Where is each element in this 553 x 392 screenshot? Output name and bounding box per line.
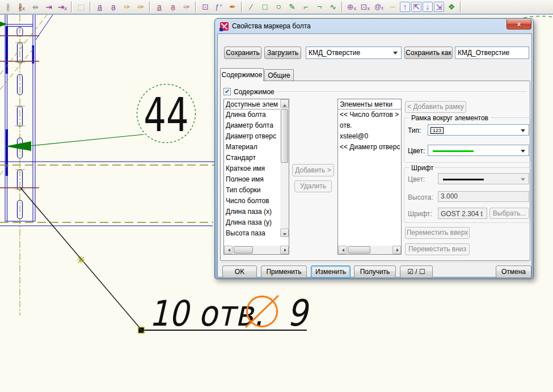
send-down-icon[interactable]: ↓ xyxy=(423,2,433,12)
list-item[interactable]: Длина паза (x) xyxy=(224,206,280,217)
tab-content[interactable]: Содержимое xyxy=(220,68,264,81)
mark-add-delete-icon[interactable]: ⇥ₓ xyxy=(56,1,69,12)
dialog-titlebar[interactable]: Свойства маркера болта x xyxy=(215,19,533,33)
send-corner-back-icon[interactable]: ⇱ xyxy=(411,2,421,12)
frame-type-preview: 123 xyxy=(430,127,444,134)
get-button[interactable]: Получить xyxy=(354,265,396,278)
font-color-label: Цвет: xyxy=(408,175,425,183)
draw-freehand-icon[interactable]: ✎ xyxy=(286,1,298,12)
mark-dim-icon[interactable]: ∦ xyxy=(2,1,14,12)
available-elements-list[interactable]: Доступные элем Длина болтаДиаметр болтаД… xyxy=(223,99,289,255)
annotation-end-handle[interactable] xyxy=(138,327,144,333)
list-item[interactable]: Диаметр болта xyxy=(224,120,280,131)
font-group-title: Шрифт xyxy=(410,164,435,172)
load-button[interactable]: Загрузить xyxy=(264,47,301,59)
toolbar-separator[interactable] xyxy=(460,1,462,12)
modify-button[interactable]: Изменить xyxy=(311,265,351,278)
text-note-line-icon[interactable]: a̲ xyxy=(94,1,106,12)
frame-color-combobox[interactable] xyxy=(428,145,529,156)
save-as-input[interactable]: КМД_Отверстие xyxy=(455,47,529,59)
send-corner-front-icon[interactable]: ⇲ xyxy=(434,2,444,12)
move-up-button[interactable]: Переместить вверх xyxy=(405,227,470,239)
toggle-all-button[interactable]: ☑ / ☐ xyxy=(400,265,433,278)
frame-type-combobox[interactable]: 123 xyxy=(428,124,529,136)
toolbar-separator[interactable] xyxy=(195,1,197,12)
main-toolbar: ∦ ∦ₓ ⇻ ⇥ ⇥ₓ ⬚ a̲ a̤ ✑ ✑ a̲ a̤ ✑ ⊡ ƒ⁺ ✒ ∕ xyxy=(0,0,553,15)
list-item[interactable]: Диаметр отверс xyxy=(224,131,280,142)
toolbar-separator[interactable] xyxy=(90,1,91,12)
annotation-midpoint-handle[interactable] xyxy=(78,256,85,263)
draw-circle-icon[interactable]: ○ xyxy=(272,1,285,12)
list-item[interactable]: Длина болта xyxy=(224,109,280,120)
add-element-button[interactable]: Добавить > xyxy=(292,164,334,176)
list-item[interactable]: Краткое имя xyxy=(224,163,280,174)
update-marks-icon[interactable]: ❖ xyxy=(445,1,458,12)
frame-group-title: Рамка вокруг элементов xyxy=(410,114,490,122)
draw-cloud-icon[interactable]: ∿ xyxy=(327,1,339,12)
list-item[interactable]: отв. xyxy=(338,120,401,131)
list-item[interactable]: Материал xyxy=(224,142,280,153)
mark-dim-delete-icon[interactable]: ∦ₓ xyxy=(15,1,28,12)
tekla-app-icon xyxy=(220,22,229,31)
list-item[interactable]: Длина паза (y) xyxy=(224,217,280,228)
cancel-button[interactable]: Отмена xyxy=(496,265,531,278)
font-height-input[interactable]: 3.000 xyxy=(438,191,529,202)
content-checkbox-label: Содержимое xyxy=(234,88,275,96)
mark-elements-list[interactable]: Элементы метки << Число болтов >отв.xste… xyxy=(337,99,402,255)
profile-combobox[interactable]: КМД_Отверстие xyxy=(306,47,402,59)
balloon-leader-line xyxy=(31,134,143,146)
mark-list-header: Элементы метки xyxy=(338,99,401,109)
draw-line-icon[interactable]: ∕ xyxy=(245,1,257,12)
list-item[interactable]: Стандарт xyxy=(224,153,280,163)
polyline-nodes-icon[interactable]: ∙–∙ xyxy=(386,1,399,12)
font-name-input[interactable]: GOST 2.304 t xyxy=(438,208,487,219)
available-list-hscrollbar[interactable] xyxy=(224,246,289,254)
text-note-dotted-red-icon[interactable]: a̤ xyxy=(167,1,179,12)
close-button[interactable]: x xyxy=(506,19,531,29)
draw-polygon-icon[interactable]: ⌐ xyxy=(299,1,312,12)
mark-dim-arrow-icon[interactable]: ⇻ xyxy=(29,1,41,12)
frame-color-label: Цвет: xyxy=(408,147,425,155)
mark-add-icon[interactable]: ⇥ xyxy=(43,1,55,12)
toolbar-separator[interactable] xyxy=(241,1,243,12)
list-item[interactable]: << Число болтов > xyxy=(338,109,401,120)
draw-polyline-icon[interactable]: ¬ xyxy=(313,1,326,12)
send-up-icon[interactable]: ↑ xyxy=(400,2,410,12)
slash-note-red-icon[interactable]: ✑ xyxy=(180,1,193,12)
save-button[interactable]: Сохранить xyxy=(224,47,261,59)
text-note-dotted-icon[interactable]: a̤ xyxy=(107,1,120,12)
move-down-button[interactable]: Переместить вниз xyxy=(405,243,470,255)
frame-note-icon[interactable]: ⊡ xyxy=(199,1,212,12)
slash-note-icon[interactable]: ✑ xyxy=(121,1,133,12)
dialog-body: Сохранить Загрузить КМД_Отверстие Сохран… xyxy=(217,33,532,277)
ghost-box-icon[interactable]: ⬚ xyxy=(75,1,87,12)
tab-general[interactable]: Общие xyxy=(264,69,294,81)
toolbar-separator[interactable] xyxy=(71,1,73,12)
font-select-button[interactable]: Выбрать... xyxy=(489,208,529,219)
available-list-vscrollbar[interactable] xyxy=(280,99,289,237)
text-note-line-red-icon[interactable]: a̲ xyxy=(153,1,166,12)
delete-view-icon[interactable]: ⊕ₓ xyxy=(345,1,358,12)
edit-arrow-icon[interactable]: ✒ xyxy=(226,1,239,12)
list-item[interactable]: Тип сборки xyxy=(224,185,280,196)
add-frame-button[interactable]: < Добавить рамку xyxy=(405,101,466,113)
delete-text-icon[interactable]: @ₓ xyxy=(373,1,385,12)
list-item[interactable]: << Диаметр отверс xyxy=(338,142,401,153)
mark-list-hscrollbar[interactable] xyxy=(338,246,401,254)
save-as-button[interactable]: Сохранить как xyxy=(404,47,453,59)
list-item[interactable]: Число болтов xyxy=(224,196,280,206)
toolbar-separator[interactable] xyxy=(149,1,151,12)
content-checkbox[interactable]: ✔ xyxy=(223,88,231,95)
draw-rect-icon[interactable]: □ xyxy=(259,1,271,12)
font-color-combobox[interactable] xyxy=(438,173,529,184)
remove-element-button[interactable]: Удалить xyxy=(294,180,332,192)
apply-button[interactable]: Применить xyxy=(261,265,307,278)
slash-note-delete-icon[interactable]: ✑ xyxy=(134,1,147,12)
list-item[interactable]: xsteel@0 xyxy=(338,131,401,142)
delete-window-icon[interactable]: ⊡ₓ xyxy=(359,1,372,12)
list-item[interactable]: Высота паза xyxy=(224,228,280,239)
list-item[interactable]: Полное имя xyxy=(224,174,280,185)
ok-button[interactable]: OK xyxy=(222,265,257,278)
toolbar-separator[interactable] xyxy=(341,1,343,12)
leader-add-icon[interactable]: ƒ⁺ xyxy=(213,1,225,12)
